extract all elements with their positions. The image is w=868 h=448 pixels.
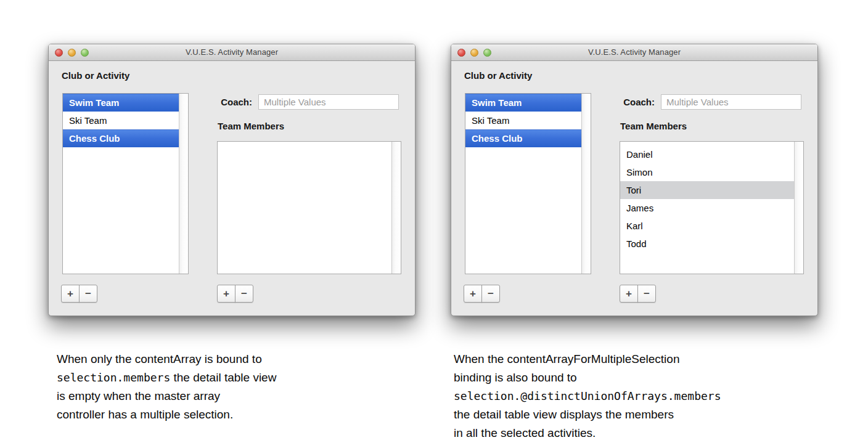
caption-text: the detail table view bbox=[170, 371, 276, 384]
scrollbar-track[interactable] bbox=[391, 142, 401, 274]
titlebar[interactable]: V.U.E.S. Activity Manager bbox=[451, 44, 817, 61]
caption-right: When the contentArrayForMultipleSelectio… bbox=[454, 350, 868, 442]
add-button[interactable]: + bbox=[217, 285, 235, 303]
caption-line: selection.@distinctUnionOfArrays.members bbox=[454, 387, 868, 405]
team-members-label: Team Members bbox=[218, 121, 284, 131]
caption-text: binding is also bound to bbox=[454, 371, 577, 384]
club-add-remove-buttons: + − bbox=[464, 285, 500, 303]
titlebar[interactable]: V.U.E.S. Activity Manager bbox=[49, 44, 415, 61]
close-button-icon[interactable] bbox=[457, 49, 465, 57]
coach-field[interactable] bbox=[258, 94, 399, 110]
window-left: V.U.E.S. Activity Manager Club or Activi… bbox=[48, 44, 416, 316]
team-members-table[interactable]: DanielSimonToriJamesKarlTodd bbox=[620, 141, 804, 274]
list-item[interactable]: James bbox=[620, 199, 794, 217]
team-members-label: Team Members bbox=[620, 121, 687, 131]
list-item[interactable]: Simon bbox=[620, 163, 794, 181]
coach-label: Coach: bbox=[203, 97, 252, 107]
traffic-lights bbox=[457, 44, 491, 60]
club-or-activity-label: Club or Activity bbox=[464, 70, 532, 81]
caption-line: When the contentArrayForMultipleSelectio… bbox=[454, 350, 868, 369]
member-add-remove-buttons: + − bbox=[217, 285, 253, 303]
club-or-activity-label: Club or Activity bbox=[62, 70, 129, 81]
caption-line: the detail table view displays the membe… bbox=[454, 405, 868, 424]
traffic-lights bbox=[55, 44, 89, 60]
list-item[interactable]: Tori bbox=[620, 181, 794, 199]
code-text: selection.@distinctUnionOfArrays.members bbox=[454, 389, 721, 402]
list-item[interactable]: Swim Team bbox=[465, 94, 581, 112]
window-title: V.U.E.S. Activity Manager bbox=[49, 44, 415, 60]
caption-left: When only the contentArray is bound tose… bbox=[57, 350, 439, 424]
caption-line: binding is also bound to bbox=[454, 369, 868, 387]
member-add-remove-buttons: + − bbox=[620, 285, 656, 303]
remove-button[interactable]: − bbox=[637, 285, 656, 303]
caption-text: the detail table view displays the membe… bbox=[454, 408, 674, 421]
caption-text: is empty when the master array bbox=[57, 389, 220, 402]
coach-field[interactable] bbox=[661, 94, 801, 110]
list-item[interactable]: Chess Club bbox=[63, 129, 179, 147]
list-item[interactable]: Daniel bbox=[620, 145, 794, 163]
minimize-button-icon[interactable] bbox=[68, 49, 76, 57]
remove-button[interactable]: − bbox=[481, 285, 500, 303]
club-list[interactable]: Swim TeamSki TeamChess Club bbox=[62, 93, 189, 274]
zoom-button-icon[interactable] bbox=[81, 49, 89, 57]
list-item[interactable]: Todd bbox=[620, 235, 794, 253]
zoom-button-icon[interactable] bbox=[483, 49, 491, 57]
club-list[interactable]: Swim TeamSki TeamChess Club bbox=[465, 93, 591, 274]
list-item[interactable]: Karl bbox=[620, 217, 794, 235]
caption-text: in all the selected activities. bbox=[454, 426, 596, 439]
list-item[interactable]: Ski Team bbox=[465, 112, 581, 129]
caption-text: When the contentArrayForMultipleSelectio… bbox=[454, 352, 679, 365]
remove-button[interactable]: − bbox=[79, 285, 97, 303]
list-item[interactable]: Chess Club bbox=[465, 129, 581, 147]
scrollbar-track[interactable] bbox=[581, 94, 591, 274]
scrollbar-track[interactable] bbox=[179, 94, 188, 274]
caption-line: selection.members the detail table view bbox=[57, 369, 439, 387]
coach-label: Coach: bbox=[605, 97, 655, 107]
window-title: V.U.E.S. Activity Manager bbox=[451, 44, 817, 60]
list-item[interactable]: Ski Team bbox=[63, 112, 179, 129]
team-members-table[interactable] bbox=[217, 141, 401, 274]
page-background: { "app": { "title": "V.U.E.S. Activity M… bbox=[0, 0, 868, 448]
scrollbar-track[interactable] bbox=[794, 142, 803, 274]
add-button[interactable]: + bbox=[464, 285, 482, 303]
caption-text: When only the contentArray is bound to bbox=[57, 352, 262, 365]
window-right: V.U.E.S. Activity Manager Club or Activi… bbox=[451, 44, 818, 316]
code-text: selection.members bbox=[57, 371, 170, 384]
caption-text: controller has a multiple selection. bbox=[57, 408, 233, 421]
caption-line: is empty when the master array bbox=[57, 387, 439, 405]
remove-button[interactable]: − bbox=[235, 285, 253, 303]
add-button[interactable]: + bbox=[61, 285, 80, 303]
add-button[interactable]: + bbox=[620, 285, 638, 303]
caption-line: When only the contentArray is bound to bbox=[57, 350, 439, 369]
minimize-button-icon[interactable] bbox=[470, 49, 478, 57]
caption-line: in all the selected activities. bbox=[454, 424, 868, 442]
club-add-remove-buttons: + − bbox=[61, 285, 97, 303]
close-button-icon[interactable] bbox=[55, 49, 63, 57]
caption-line: controller has a multiple selection. bbox=[57, 405, 439, 424]
list-item[interactable]: Swim Team bbox=[63, 94, 179, 112]
